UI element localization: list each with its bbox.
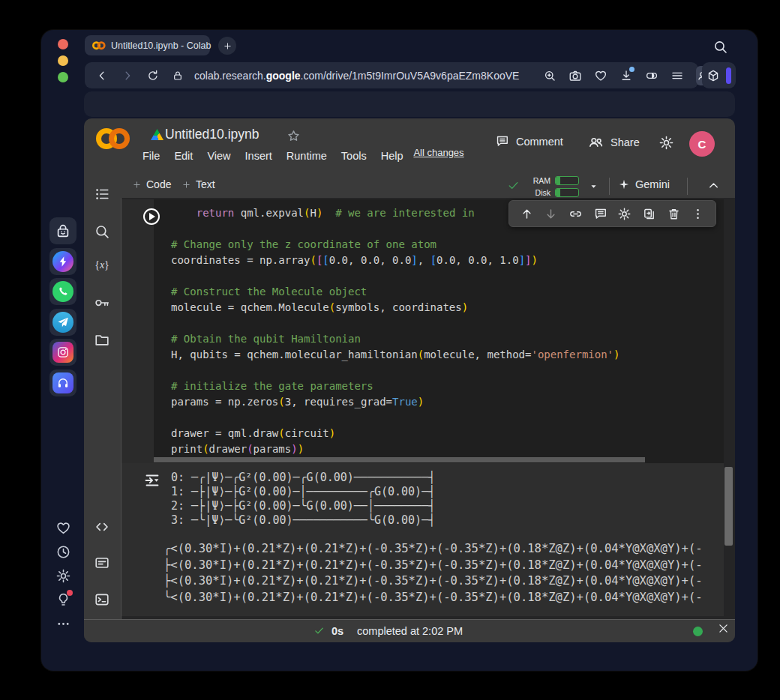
menu-item-tools[interactable]: Tools <box>341 150 367 162</box>
whatsapp-app[interactable] <box>50 278 76 305</box>
colab-sidebar-rail: {x} <box>84 198 122 619</box>
chevron-right-icon[interactable] <box>121 69 134 82</box>
chevron-down-icon[interactable] <box>588 181 599 192</box>
add-text-button[interactable]: Text <box>182 178 215 190</box>
code-cell[interactable]: return qml.expval(H) # we are interested… <box>122 199 724 463</box>
gear-icon[interactable] <box>617 207 632 221</box>
folder-icon[interactable] <box>93 331 111 349</box>
tweaks-icon[interactable] <box>670 69 684 82</box>
snippets-card-icon[interactable] <box>93 554 111 572</box>
reader-mode-icon[interactable] <box>645 69 658 82</box>
bookmarks-strip <box>84 91 735 117</box>
run-cell-button[interactable] <box>143 208 160 225</box>
shopping-bag-app[interactable] <box>50 217 76 244</box>
key-icon[interactable] <box>93 294 111 312</box>
comment-button[interactable]: Comment <box>495 134 563 148</box>
code-line <box>171 268 620 284</box>
menu-item-runtime[interactable]: Runtime <box>286 150 327 162</box>
browser-tab[interactable]: Untitled10.ipynb - Colab <box>85 35 210 55</box>
settings-gear-icon[interactable] <box>658 135 674 151</box>
search-icon[interactable] <box>93 223 111 241</box>
code-line: coordinates = np.array([[0.0, 0.0, 0.0],… <box>171 253 620 268</box>
ram-usage-bar <box>555 176 579 185</box>
instagram-app[interactable] <box>50 339 76 366</box>
zoom-in-icon[interactable] <box>543 69 556 82</box>
menu-item-help[interactable]: Help <box>381 150 404 162</box>
horizontal-scrollbar[interactable] <box>154 457 645 462</box>
plus-icon <box>182 180 191 190</box>
lock-icon[interactable] <box>172 69 184 82</box>
url-text[interactable]: colab.research.google.com/drive/1m5t9Imr… <box>194 70 519 82</box>
check-icon <box>314 625 325 636</box>
instagram-icon <box>52 342 74 363</box>
toolbar-divider <box>609 178 610 195</box>
add-code-button[interactable]: Code <box>132 178 171 190</box>
code-line: print(drawer(params)) <box>171 441 620 457</box>
dots-v-icon[interactable] <box>691 207 705 221</box>
close-icon[interactable] <box>717 622 730 635</box>
app-dock <box>50 217 76 396</box>
menu-item-edit[interactable]: Edit <box>174 150 193 162</box>
ram-meter[interactable]: RAM <box>528 175 579 185</box>
notebook-title[interactable]: Untitled10.ipynb <box>165 127 260 142</box>
colab-logo-icon <box>92 40 106 50</box>
cell-toolbar <box>508 200 716 227</box>
menu-bar: FileEditViewInsertRuntimeToolsHelp <box>142 150 404 162</box>
heart-icon[interactable] <box>54 519 72 537</box>
arrow-down-icon[interactable] <box>544 207 558 221</box>
code-editor[interactable]: return qml.expval(H) # we are interested… <box>171 205 620 457</box>
all-changes-saved-link[interactable]: All changes <box>411 147 466 158</box>
arrow-up-icon[interactable] <box>520 207 534 221</box>
copy-icon[interactable] <box>642 207 656 221</box>
menu-item-view[interactable]: View <box>207 150 230 162</box>
user-avatar[interactable]: C <box>689 131 715 157</box>
new-tab-button[interactable] <box>218 37 236 55</box>
trash-icon[interactable] <box>667 207 681 221</box>
close-window-button[interactable] <box>58 39 68 49</box>
messenger-app[interactable] <box>50 248 76 275</box>
colab-logo-icon[interactable] <box>96 126 130 151</box>
code-line: # Construct the Molecule object <box>171 284 620 300</box>
code-tags-icon[interactable] <box>93 518 111 536</box>
kernel-status-dot <box>693 627 703 636</box>
lightbulb-icon[interactable] <box>54 591 72 609</box>
search-icon[interactable] <box>712 38 728 55</box>
code-line: H, qubits = qchem.molecular_hamiltonian(… <box>171 347 620 363</box>
terminal-icon[interactable] <box>93 591 111 609</box>
chevron-left-icon[interactable] <box>95 69 109 82</box>
heart-icon[interactable] <box>594 69 608 82</box>
camera-icon[interactable] <box>568 69 582 82</box>
extensions-area[interactable] <box>702 62 736 88</box>
cube-icon[interactable] <box>706 69 720 82</box>
output-actions-icon[interactable] <box>143 471 161 489</box>
link-icon[interactable] <box>568 207 583 221</box>
reload-icon[interactable] <box>146 69 160 82</box>
maximize-window-button[interactable] <box>58 72 68 82</box>
chevron-up-icon[interactable] <box>706 178 721 193</box>
code-line <box>171 410 620 426</box>
disk-meter[interactable]: Disk <box>528 187 579 197</box>
code-line <box>171 316 620 331</box>
extension-pill[interactable] <box>726 67 731 84</box>
measurement-output: ╭<(0.30*I)+(0.21*Z)+(0.21*Z)+(-0.35*Z)+(… <box>164 541 703 606</box>
star-icon[interactable] <box>286 129 301 143</box>
minimize-window-button[interactable] <box>58 55 68 66</box>
code-line: drawer = qml.draw(circuit) <box>171 426 620 441</box>
more-icon[interactable] <box>54 615 72 633</box>
share-button[interactable]: Share <box>588 134 640 150</box>
menu-item-insert[interactable]: Insert <box>245 150 272 162</box>
menu-item-file[interactable]: File <box>142 150 160 162</box>
variables-icon[interactable]: {x} <box>93 256 111 274</box>
toc-icon[interactable] <box>93 185 111 203</box>
clock-icon[interactable] <box>54 543 72 561</box>
comment-icon[interactable] <box>593 207 608 221</box>
telegram-app[interactable] <box>50 309 76 336</box>
execution-message: completed at 2:02 PM <box>357 625 463 637</box>
code-line: params = np.zeros(3, requires_grad=True) <box>171 394 620 410</box>
url-bar[interactable]: colab.research.google.com/drive/1m5t9Imr… <box>85 62 698 88</box>
download-icon[interactable] <box>620 69 633 82</box>
gear-icon[interactable] <box>54 567 72 585</box>
gemini-button[interactable]: Gemini <box>618 178 670 190</box>
vertical-scrollbar[interactable] <box>724 467 733 546</box>
music-app[interactable] <box>50 369 76 396</box>
